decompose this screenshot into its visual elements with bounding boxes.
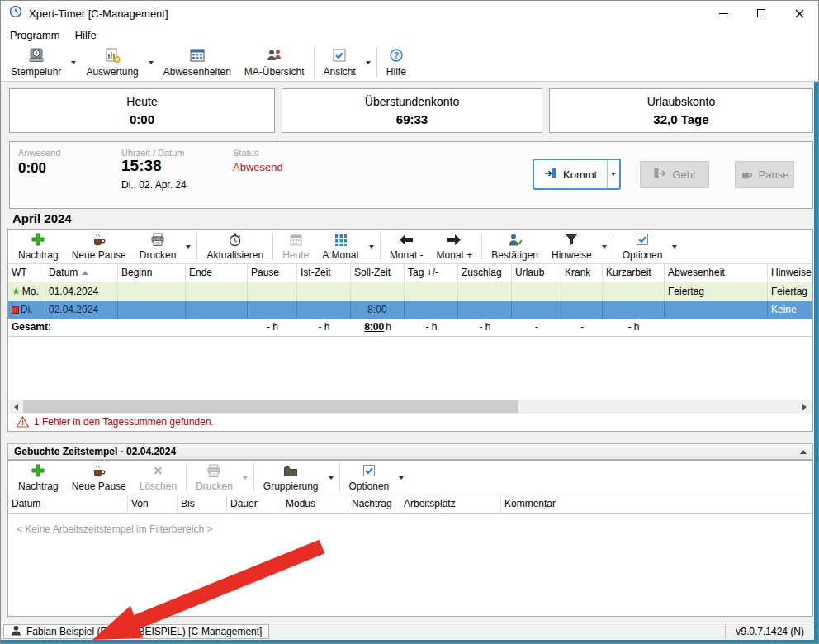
summary-ueberstunden-value: 69:33 — [282, 112, 542, 126]
column-header-von[interactable]: Von — [128, 495, 178, 514]
chevron-down-icon — [602, 245, 607, 249]
stempeluhr-button[interactable]: Stempeluhr — [4, 44, 68, 81]
stamps-section-header[interactable]: Gebuchte Zeitstempel - 02.04.2024 — [7, 443, 813, 460]
day-row-monday[interactable]: ★Mo. 01.04.2024 Feiertag Feiertag — [8, 282, 812, 301]
bestaetigen-button[interactable]: Bestätigen — [485, 230, 545, 263]
maximize-button[interactable] — [742, 1, 780, 26]
column-header-dauer[interactable]: Dauer — [227, 495, 282, 514]
summary-urlaub-value: 32,0 Tage — [550, 112, 812, 126]
stop-square-icon — [12, 306, 19, 314]
table-cell — [297, 282, 351, 301]
xpert-timer-window: Xpert-Timer [C-Management] Programm Hilf… — [0, 0, 819, 644]
column-header-bis[interactable]: Bis — [178, 495, 227, 514]
empty-filter-message: < Keine Arbeitszeitstempel im Filterbere… — [17, 523, 812, 535]
column-header-beginn[interactable]: Beginn — [118, 264, 186, 282]
stamps-optionen-dropdown[interactable] — [395, 461, 407, 495]
column-header-hinweise[interactable]: Hinweise — [768, 264, 812, 282]
column-header-urlaub[interactable]: Urlaub — [512, 264, 561, 282]
kommt-button[interactable]: Kommt — [534, 160, 607, 188]
stamps-table-header: Datum Von Bis Dauer Modus Nachtrag Arbei… — [8, 495, 812, 514]
table-cell — [186, 282, 248, 301]
table-cell — [186, 301, 248, 319]
drucken-dropdown[interactable] — [182, 230, 194, 263]
stamps-nachtrag-button[interactable]: Nachtrag — [12, 461, 65, 495]
presence-panel: Anwesend 0:00 Uhrzeit / Datum 15:38 Di.,… — [9, 141, 813, 209]
amonat-dropdown[interactable] — [366, 230, 377, 263]
stamps-neue-pause-button[interactable]: Neue Pause — [65, 461, 133, 495]
optionen-button[interactable]: Optionen — [616, 230, 670, 263]
column-header-modus[interactable]: Modus — [282, 495, 348, 514]
column-header-nachtrag[interactable]: Nachtrag — [348, 495, 400, 514]
hilfe-button[interactable]: ? Hilfe — [380, 44, 413, 81]
column-header-arbeitsplatz[interactable]: Arbeitsplatz — [400, 495, 501, 514]
column-header-datum[interactable]: Datum — [45, 264, 118, 282]
table-cell — [603, 301, 665, 319]
hinweise-dropdown[interactable] — [599, 230, 610, 263]
stamps-drucken-dropdown[interactable] — [239, 461, 251, 495]
monat-plus-button[interactable]: Monat + — [430, 230, 480, 263]
arrow-right-icon — [446, 232, 462, 247]
abwesenheiten-button[interactable]: Abwesenheiten — [157, 44, 238, 81]
column-header-tag[interactable]: Tag +/- — [405, 264, 458, 282]
column-header-ende[interactable]: Ende — [186, 264, 248, 282]
scrollbar-thumb[interactable] — [23, 400, 518, 413]
auswertung-icon — [104, 47, 121, 64]
ma-uebersicht-people-icon — [266, 47, 282, 64]
optionen-dropdown[interactable] — [669, 230, 680, 263]
column-header-zuschlag[interactable]: Zuschlag — [458, 264, 512, 282]
scroll-right-button[interactable] — [798, 400, 812, 414]
auswertung-dropdown[interactable] — [145, 44, 157, 81]
heute-button[interactable]: Heute — [276, 230, 315, 263]
stamps-optionen-button[interactable]: Optionen — [343, 461, 396, 495]
options-checkbox-icon — [362, 463, 376, 478]
table-cell: Feiertag — [768, 282, 812, 301]
current-user-box: Fabian Beispiel (FABIAN.BEISPIEL) [C-Man… — [3, 624, 269, 639]
drucken-button[interactable]: Drucken — [133, 230, 183, 263]
version-text: v9.0.7.1424 (N) — [725, 624, 814, 639]
close-button[interactable] — [780, 1, 818, 26]
minimize-button[interactable] — [704, 1, 742, 26]
auswertung-button[interactable]: Auswertung — [79, 44, 144, 81]
ma-uebersicht-button[interactable]: MA-Übersicht — [238, 44, 311, 81]
plus-icon — [31, 232, 45, 247]
gruppierung-button[interactable]: Gruppierung — [257, 461, 325, 495]
status-value: Abwesend — [233, 161, 283, 173]
column-header-kurzarbeit[interactable]: Kurzarbeit — [603, 264, 665, 282]
loeschen-button[interactable]: ✕ Löschen — [133, 461, 183, 495]
column-header-pause[interactable]: Pause — [248, 264, 297, 282]
column-header-ist-zeit[interactable]: Ist-Zeit — [297, 264, 351, 282]
pause-button[interactable]: Pause — [735, 161, 794, 188]
stempeluhr-dropdown[interactable] — [68, 44, 79, 81]
ansicht-dropdown[interactable] — [362, 44, 374, 81]
geht-button[interactable]: Geht — [640, 161, 709, 188]
scroll-left-button[interactable] — [9, 400, 23, 414]
amonat-button[interactable]: A:Monat — [315, 230, 366, 263]
ansicht-button[interactable]: Ansicht — [317, 44, 362, 81]
neue-pause-button[interactable]: Neue Pause — [65, 230, 133, 263]
collapse-up-icon[interactable] — [800, 450, 807, 454]
day-row-tuesday-selected[interactable]: Di. 02.04.2024 8:00 Keine — [8, 301, 812, 319]
stamps-drucken-button[interactable]: Drucken — [189, 461, 239, 495]
hinweise-button[interactable]: Hinweise — [545, 230, 599, 263]
monat-minus-button[interactable]: Monat - — [383, 230, 430, 263]
column-header-wt[interactable]: WT — [8, 264, 45, 282]
stempeluhr-icon — [28, 47, 45, 64]
nachtrag-button[interactable]: Nachtrag — [12, 230, 65, 263]
svg-text:?: ? — [394, 51, 399, 60]
abwesenheiten-calendar-icon — [189, 47, 206, 64]
column-header-krank[interactable]: Krank — [561, 264, 603, 282]
column-header-kommentar[interactable]: Kommentar — [501, 495, 812, 514]
column-header-abwesenheit[interactable]: Abwesenheit — [665, 264, 768, 282]
month-toolbar: Nachtrag Neue Pause Drucken Aktualisiere… — [8, 230, 812, 264]
menu-hilfe[interactable]: Hilfe — [69, 27, 102, 43]
horizontal-scrollbar[interactable] — [9, 400, 812, 414]
menu-programm[interactable]: Programm — [4, 27, 66, 43]
column-header-datum[interactable]: Datum — [8, 495, 128, 514]
aktualisieren-button[interactable]: Aktualisieren — [200, 230, 270, 263]
chevron-down-icon — [366, 61, 371, 64]
kommt-dropdown[interactable] — [607, 160, 619, 188]
column-header-soll-zeit[interactable]: Soll-Zeit — [351, 264, 405, 282]
window-edge-right — [814, 82, 819, 640]
scroll-right-icon — [802, 404, 807, 410]
gruppierung-dropdown[interactable] — [325, 461, 337, 495]
